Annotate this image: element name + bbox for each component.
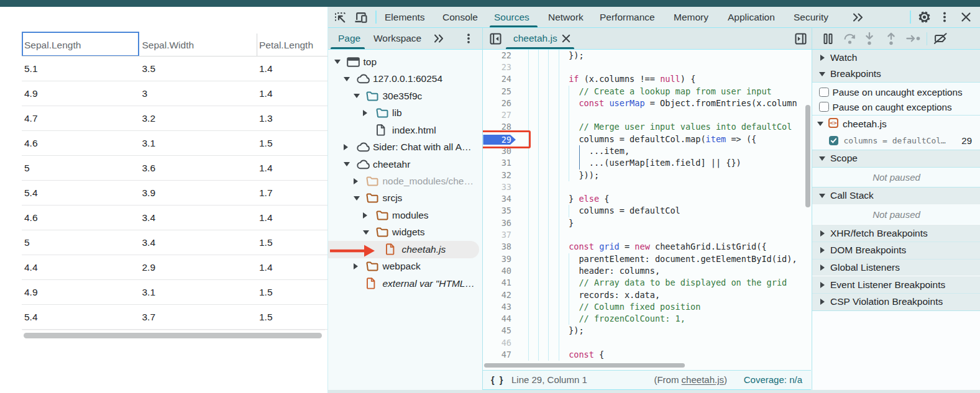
settings-gear-icon[interactable] <box>918 11 931 26</box>
tab-console[interactable]: Console <box>442 7 478 27</box>
breakpoint-checkbox[interactable] <box>829 136 839 146</box>
pause-caught-checkbox[interactable] <box>819 102 829 112</box>
table-cell[interactable]: 1.4 <box>259 206 273 230</box>
table-cell[interactable]: 1.5 <box>259 280 273 304</box>
table-cell[interactable]: 4.7 <box>24 106 38 130</box>
section-scope[interactable]: Scope <box>812 150 980 167</box>
expanded-triangle-icon[interactable] <box>363 230 369 235</box>
navigator-tab-page[interactable]: Page <box>338 28 360 49</box>
table-cell[interactable]: 4.4 <box>24 255 38 279</box>
table-cell[interactable]: 5 <box>24 230 30 255</box>
section-csp-violation-breakpoints[interactable]: CSP Violation Breakpoints <box>812 294 980 310</box>
expanded-triangle-icon[interactable] <box>344 77 350 81</box>
grid-header-sepal.width[interactable]: Sepal.Width <box>142 34 195 56</box>
tree-item-modules[interactable]: modules <box>328 207 482 224</box>
collapsed-triangle-icon[interactable] <box>354 263 358 269</box>
table-cell[interactable]: 3.4 <box>142 206 156 230</box>
tab-security[interactable]: Security <box>794 7 828 27</box>
editor-vertical-scrollbar[interactable] <box>805 105 810 207</box>
table-cell[interactable]: 1.4 <box>259 156 273 180</box>
navigator-menu-icon[interactable] <box>465 32 472 47</box>
tab-sources[interactable]: Sources <box>494 7 529 27</box>
tree-item-lib[interactable]: lib <box>328 104 482 122</box>
close-devtools-icon[interactable] <box>961 12 971 25</box>
code-viewport[interactable]: }); if (x.columns !== null) { // Create … <box>483 50 802 361</box>
more-tabs-icon[interactable] <box>851 11 866 26</box>
expanded-triangle-icon[interactable] <box>817 122 823 126</box>
table-cell[interactable]: 3 <box>142 81 148 106</box>
tree-item-cheetahr[interactable]: cheetahr <box>328 156 482 173</box>
table-cell[interactable]: 3.7 <box>142 305 156 329</box>
navigator-tab-workspace[interactable]: Workspace <box>373 28 421 49</box>
breakpoint-entry[interactable]: columns = defaultCol…29 <box>812 132 980 150</box>
devtools-menu-icon[interactable] <box>941 11 948 26</box>
tree-item-30e35f9c[interactable]: 30e35f9c <box>328 88 482 105</box>
table-cell[interactable]: 5.4 <box>24 181 38 205</box>
table-cell[interactable]: 1.4 <box>259 255 273 279</box>
table-cell[interactable]: 3.2 <box>142 106 156 130</box>
pause-script-icon[interactable] <box>823 33 833 47</box>
tree-item-node-modules-che-[interactable]: node_modules/che… <box>328 173 482 190</box>
tab-elements[interactable]: Elements <box>385 7 425 27</box>
grid-header-petal.length[interactable]: Petal.Length <box>259 34 313 56</box>
section-call-stack[interactable]: Call Stack <box>812 187 980 204</box>
tree-item-srcjs[interactable]: srcjs <box>328 189 482 207</box>
section-xhr-fetch-breakpoints[interactable]: XHR/fetch Breakpoints <box>812 225 980 242</box>
expanded-triangle-icon[interactable] <box>344 162 350 166</box>
tree-item-127.0.0.1-60254[interactable]: 127.0.0.1:60254 <box>328 70 482 88</box>
table-cell[interactable]: 1.3 <box>259 106 273 130</box>
tree-item-widgets[interactable]: widgets <box>328 224 482 241</box>
section-breakpoints[interactable]: Breakpoints <box>812 66 980 82</box>
tree-item-top[interactable]: top <box>328 53 482 71</box>
step-icon[interactable] <box>906 34 921 46</box>
table-cell[interactable]: 1.5 <box>259 131 273 155</box>
table-cell[interactable]: 1.4 <box>259 81 273 106</box>
table-cell[interactable]: 1.5 <box>259 305 273 329</box>
tab-application[interactable]: Application <box>728 7 775 27</box>
table-cell[interactable]: 3.6 <box>142 156 156 180</box>
device-toolbar-icon[interactable] <box>354 11 368 27</box>
collapsed-triangle-icon[interactable] <box>363 212 367 219</box>
table-cell[interactable]: 4.6 <box>24 206 38 230</box>
table-cell[interactable]: 3.5 <box>142 56 156 81</box>
step-out-icon[interactable] <box>886 32 896 48</box>
editor-horizontal-scrollbar[interactable] <box>484 363 685 368</box>
section-event-listener-breakpoints[interactable]: Event Listener Breakpoints <box>812 276 980 293</box>
expanded-triangle-icon[interactable] <box>334 60 341 64</box>
close-file-tab-icon[interactable] <box>561 34 571 46</box>
source-file-link[interactable]: cheetah.js <box>682 374 724 385</box>
table-cell[interactable]: 5 <box>24 156 30 180</box>
hide-navigator-icon[interactable] <box>490 33 501 47</box>
table-cell[interactable]: 4.9 <box>24 81 38 106</box>
tree-item-index.html[interactable]: index.html <box>328 122 482 139</box>
table-cell[interactable]: 4.9 <box>24 280 38 304</box>
table-cell[interactable]: 3.1 <box>142 280 156 304</box>
tab-performance[interactable]: Performance <box>600 7 655 27</box>
expanded-triangle-icon[interactable] <box>354 94 360 98</box>
pause-uncaught-checkbox[interactable] <box>819 88 829 97</box>
table-cell[interactable]: 1.5 <box>259 230 273 255</box>
table-cell[interactable]: 3.4 <box>142 230 156 255</box>
deactivate-breakpoints-icon[interactable] <box>933 32 948 48</box>
step-into-icon[interactable] <box>864 32 874 48</box>
table-cell[interactable]: 5.4 <box>24 305 38 329</box>
expanded-triangle-icon[interactable] <box>354 196 360 201</box>
step-over-icon[interactable] <box>843 34 857 47</box>
section-dom-breakpoints[interactable]: DOM Breakpoints <box>812 242 980 259</box>
inspect-element-icon[interactable] <box>334 11 347 27</box>
table-cell[interactable]: 5.1 <box>24 56 38 81</box>
tree-item-webpack[interactable]: webpack <box>328 258 482 275</box>
tab-network[interactable]: Network <box>548 7 584 27</box>
table-cell[interactable]: 2.9 <box>142 255 156 279</box>
collapsed-triangle-icon[interactable] <box>354 178 358 184</box>
collapsed-triangle-icon[interactable] <box>344 144 348 150</box>
section-global-listeners[interactable]: Global Listeners <box>812 260 980 276</box>
more-navigator-tabs-icon[interactable] <box>433 33 446 47</box>
file-tab-cheetah-js[interactable]: cheetah.js <box>513 28 557 49</box>
tree-item-sider-chat-with-all-a-[interactable]: Sider: Chat with all A… <box>328 138 482 156</box>
pretty-print-icon[interactable]: { } <box>491 371 504 389</box>
table-cell[interactable]: 1.4 <box>259 56 273 81</box>
collapsed-triangle-icon[interactable] <box>363 110 367 116</box>
tree-item-external-var-html-[interactable]: external var "HTML… <box>328 275 482 292</box>
table-cell[interactable]: 3.9 <box>142 181 156 205</box>
